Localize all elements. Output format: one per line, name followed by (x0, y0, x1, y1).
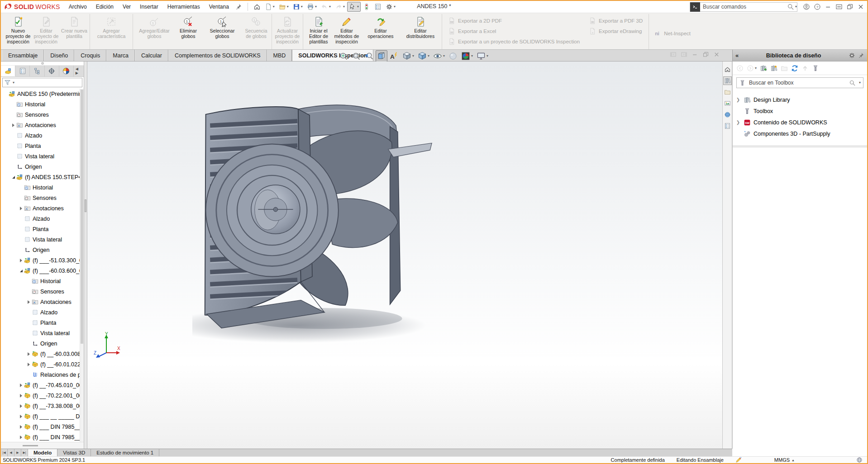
tree-item[interactable]: Vista lateral (1, 234, 80, 245)
dropdown-caret-icon[interactable]: ▾ (443, 54, 445, 58)
fan-assembly-model[interactable] (192, 100, 455, 345)
pane-pin-icon[interactable] (858, 52, 864, 59)
chevron-right-icon[interactable]: ❯ (735, 97, 741, 102)
cursor-button[interactable]: ▾ (347, 2, 361, 12)
menu-insertar[interactable]: Insertar (136, 2, 162, 11)
tree-expander[interactable] (26, 352, 32, 356)
tree-item[interactable]: Origen (1, 338, 80, 349)
panelr-pane-button[interactable] (681, 51, 687, 58)
undo-button[interactable]: ▾ (319, 2, 333, 12)
globe-icon[interactable] (856, 457, 863, 463)
zoomfit-button[interactable] (338, 50, 349, 62)
agregar-editar-globos-button[interactable]: Agregar/Editar globos (134, 14, 174, 39)
tree-expander[interactable] (18, 384, 24, 387)
command-search[interactable]: ▾ (690, 2, 797, 12)
net-inspect-button[interactable]: Net-Inspect (653, 17, 691, 49)
dropdown-caret-icon[interactable]: ▾ (287, 5, 289, 9)
panel-tab-proplist[interactable] (15, 66, 30, 76)
tree-expander[interactable] (26, 300, 32, 304)
tab-complementos-de-solidworks[interactable]: Complementos de SOLIDWORKS (168, 50, 267, 61)
side-tab-spheretab[interactable] (723, 110, 732, 119)
dropdown-caret-icon[interactable]: ▾ (394, 5, 396, 9)
iniciar-el-editor-de-plantillas-button[interactable]: Iniciar el Editor de plantillas (305, 14, 333, 45)
model-tab-modelo[interactable]: Modelo (28, 449, 57, 456)
tab-scroll-button[interactable]: ◀ (8, 449, 14, 456)
exportar-a-2d-pdf-button[interactable]: Exportar a 2D PDF (448, 17, 580, 25)
menu-ver[interactable]: Ver (119, 2, 135, 11)
splitter-grip[interactable] (85, 199, 86, 212)
units-caret-icon[interactable]: ▲ (792, 459, 795, 462)
upar-button[interactable] (801, 65, 809, 72)
dropdown-caret-icon[interactable]: ▾ (755, 66, 757, 70)
panel-tab-arrows[interactable]: ◀ ▶ (74, 66, 84, 76)
tree-item[interactable]: Planta (1, 317, 80, 328)
tree-item[interactable]: (f) ___ __ _____ DIN 909 (1, 411, 80, 421)
menu-ventana[interactable]: Ventana (205, 2, 233, 11)
tree-item[interactable]: Origen (1, 161, 80, 172)
tree-item[interactable]: Alzado (1, 213, 80, 224)
dropdown-caret-icon[interactable]: ▾ (471, 54, 473, 58)
side-tab-palettetab[interactable] (723, 99, 732, 108)
screw-button[interactable] (812, 65, 819, 72)
side-tab-books[interactable] (723, 76, 732, 85)
tree-item[interactable]: Historial (1, 276, 80, 286)
menu-archivo[interactable]: Archivo (65, 2, 91, 11)
zoomarea-button[interactable] (350, 50, 362, 62)
proplist-button[interactable] (372, 2, 383, 12)
tree-item[interactable]: Relaciones de posición (1, 369, 80, 380)
actualizar-proyecto-de-inspecci-n-button[interactable]: Actualizar proyecto de inspección (273, 14, 301, 45)
tab-mbd[interactable]: MBD (267, 50, 292, 61)
tree-item[interactable]: (f) ___-51.03.300_00.STEP< (1, 255, 80, 265)
dropdown-caret-icon[interactable]: ▾ (357, 5, 359, 9)
expandw-button[interactable] (835, 2, 844, 11)
tree-item[interactable]: Historial (1, 182, 80, 193)
redo-button[interactable]: ▾ (333, 2, 347, 12)
secuencia-de-globos-button[interactable]: Secuencia de globos (242, 14, 270, 39)
dropdown-caret-icon[interactable]: ▾ (273, 5, 275, 9)
tree-item[interactable]: (f) __-60.01.022_00.ST (1, 359, 80, 369)
tab-scroll-button[interactable]: |◀ (1, 449, 8, 456)
exportar-a-un-proyecto-de-solidworks-inspection-button[interactable]: Exportar a un proyecto de SOLIDWORKS Ins… (448, 38, 580, 46)
tab-scroll-button[interactable]: ▶| (21, 449, 28, 456)
panel-splitter[interactable] (84, 62, 87, 449)
editar-distribuidores-button[interactable]: Editar distribuidores (401, 14, 440, 39)
tree-horizontal-scrollbar[interactable] (1, 442, 84, 449)
tree-item[interactable]: Origen (1, 245, 80, 255)
search-caret-icon[interactable]: ▾ (795, 5, 797, 9)
restorew-pane-button[interactable] (702, 51, 709, 58)
agregar-caracter-stica-button[interactable]: Agregar característica (91, 14, 131, 39)
graphics-viewport[interactable]: Y X Z (87, 62, 722, 449)
filter-caret-icon[interactable]: ▾ (13, 81, 14, 85)
tree-item[interactable]: (f) ANDES 150.STEP<1> (Prede (1, 172, 80, 182)
tree-expander[interactable] (18, 436, 24, 439)
search-input[interactable] (700, 4, 787, 10)
panel-tab-asmtab[interactable] (1, 66, 15, 76)
editar-operaciones-button[interactable]: Editar operaciones (361, 14, 401, 39)
dropdown-caret-icon[interactable]: ▾ (343, 5, 345, 9)
scene-button[interactable]: ▾ (460, 50, 474, 62)
tree-item[interactable]: Sensores (1, 109, 80, 120)
section-button[interactable] (376, 50, 387, 62)
tree-item[interactable]: Sensores (1, 286, 80, 297)
tree-item[interactable]: Anotaciones (1, 120, 80, 130)
scrollbar-thumb[interactable] (81, 90, 83, 344)
nuevo-proyecto-de-inspecci-n-button[interactable]: Nuevo proyecto de inspección (4, 14, 32, 45)
sphere-button[interactable] (447, 50, 459, 62)
pane-settings-gear-icon[interactable] (849, 52, 855, 59)
exportar-edrawing-button[interactable]: Exportar eDrawing (589, 27, 643, 35)
gear-button[interactable]: ▾ (384, 2, 397, 12)
panel-tab-configtab[interactable] (30, 66, 44, 76)
model-tab-vistas-3d[interactable]: Vistas 3D (57, 449, 91, 456)
dropdown-caret-icon[interactable]: ▾ (301, 5, 303, 9)
tree-filter-box[interactable]: ▾ (2, 78, 82, 87)
prevview-button[interactable] (363, 50, 375, 62)
eliminar-globos-button[interactable]: Eliminar globos (174, 14, 202, 39)
tree-expander[interactable] (18, 259, 24, 262)
tree-expander[interactable] (18, 394, 24, 398)
tree-expander[interactable] (10, 176, 16, 179)
navb-button[interactable] (736, 65, 744, 72)
menu-herramientas[interactable]: Herramientas (163, 2, 204, 11)
panell-pane-button[interactable] (670, 51, 677, 58)
print-button[interactable]: ▾ (305, 2, 319, 12)
doc-button[interactable]: ▾ (263, 2, 277, 12)
